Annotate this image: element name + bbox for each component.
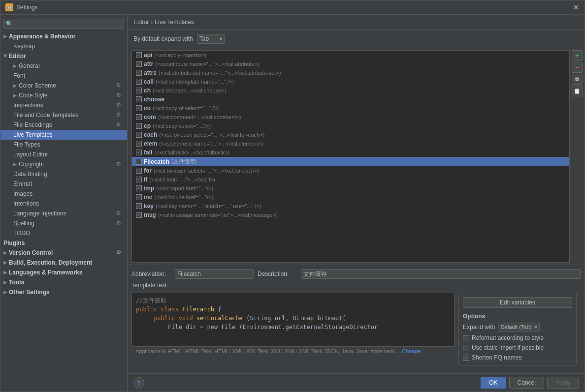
- edit-variables-button[interactable]: Edit variables: [463, 297, 572, 308]
- template-description: (<xsl:if test="...">...</xsl:if>): [149, 177, 215, 182]
- sidebar-item-inspections[interactable]: Inspections ⚙: [0, 100, 127, 110]
- copy-template-button[interactable]: ⧉: [572, 74, 583, 85]
- template-checkbox[interactable]: [136, 52, 142, 58]
- sidebar-item-todo[interactable]: TODO: [0, 228, 127, 238]
- reformat-checkbox-row[interactable]: Reformat according to style: [463, 334, 572, 341]
- template-description: (<xsl:import href="..."/>): [156, 185, 213, 191]
- sidebar-item-general[interactable]: ▶ General: [0, 61, 127, 71]
- sidebar-item-version-control[interactable]: ▶ Version Control ⚙: [0, 248, 127, 258]
- shorten-fq-checkbox[interactable]: [463, 355, 469, 361]
- template-list-item[interactable]: if (<xsl:if test="...">...</xsl:if>): [132, 175, 569, 184]
- sidebar-item-plugins[interactable]: Plugins: [0, 238, 127, 248]
- template-checkbox[interactable]: [136, 168, 142, 174]
- sidebar-item-copyright[interactable]: ▶ Copyright ⚙: [0, 159, 127, 169]
- sidebar-item-images[interactable]: Images: [0, 189, 127, 199]
- add-template-button[interactable]: +: [572, 50, 583, 61]
- expand-with-select-wrapper[interactable]: Default (Tab) Tab Enter Space: [498, 323, 540, 332]
- search-input[interactable]: [14, 20, 122, 27]
- sidebar-item-layout-editor[interactable]: Layout Editor: [0, 150, 127, 159]
- template-description: (<xsl:element name="...">...</xsl:elemen…: [159, 141, 263, 147]
- sidebar-item-data-binding[interactable]: Data Binding: [0, 169, 127, 179]
- template-checkbox[interactable]: [136, 150, 142, 155]
- templates-list[interactable]: api (<xsl:apply-imports/>)attr (<xsl:att…: [131, 50, 570, 263]
- sidebar-item-keymap[interactable]: Keymap: [0, 41, 127, 51]
- sidebar-item-build[interactable]: ▶ Build, Execution, Deployment: [0, 258, 127, 268]
- template-checkbox[interactable]: [136, 79, 142, 85]
- template-checkbox[interactable]: [136, 159, 142, 165]
- sidebar-item-intentions[interactable]: Intentions: [0, 199, 127, 209]
- template-checkbox[interactable]: [136, 123, 142, 129]
- shorten-fq-checkbox-row[interactable]: Shorten FQ names: [463, 354, 572, 361]
- description-input[interactable]: [301, 269, 581, 279]
- template-checkbox[interactable]: [136, 70, 142, 76]
- template-checkbox[interactable]: [136, 114, 142, 120]
- sidebar-item-file-code-templates[interactable]: File and Code Templates ⚙: [0, 110, 127, 120]
- template-list-item[interactable]: cp (<xsl:copy select="..."/>): [132, 121, 569, 130]
- help-button[interactable]: ?: [133, 377, 144, 388]
- template-list-item[interactable]: ch (<xsl:choose>...</xsl:choose>): [132, 86, 569, 95]
- template-checkbox[interactable]: [136, 105, 142, 111]
- sidebar-item-other-settings[interactable]: ▶ Other Settings: [0, 287, 127, 297]
- sidebar-item-tools[interactable]: ▶ Tools: [0, 277, 127, 287]
- template-list-item[interactable]: co (<xsl:copy-of select="..." />): [132, 104, 569, 113]
- sidebar-item-language-injections[interactable]: Language Injections ⚙: [0, 209, 127, 218]
- sidebar-item-color-scheme[interactable]: ▶ Color Scheme ⚙: [0, 81, 127, 90]
- template-list-item[interactable]: for (<xsl:for-each select="...">...</xsl…: [132, 166, 569, 175]
- template-list-item[interactable]: imp (<xsl:import href="..."/>): [132, 184, 569, 193]
- sidebar-item-file-types[interactable]: File Types: [0, 140, 127, 150]
- sidebar-item-spelling[interactable]: Spelling ⚙: [0, 218, 127, 228]
- template-checkbox[interactable]: [136, 177, 142, 182]
- template-list-item[interactable]: com (<xsl:comment>...</xsl:comment>): [132, 113, 569, 121]
- ok-button[interactable]: OK: [481, 377, 506, 389]
- template-list-item[interactable]: msg (<xsl:message terminate="no">...</xs…: [132, 211, 569, 219]
- template-list-item[interactable]: choose: [132, 95, 569, 104]
- abbreviation-input[interactable]: [175, 269, 254, 279]
- cancel-button[interactable]: Cancel: [509, 377, 544, 389]
- template-description: (<xsl:attribute-set name="...">...</xsl:…: [159, 70, 281, 76]
- template-description: (<xsl:fallback>...</xsl:fallback>): [154, 150, 229, 155]
- sidebar-label: Tools: [9, 279, 24, 286]
- search-box[interactable]: 🔍: [3, 19, 124, 29]
- template-list-item[interactable]: Filecatch (文件缓存): [132, 157, 569, 166]
- expand-select-wrapper[interactable]: Tab Enter Space: [197, 34, 225, 44]
- code-class-name: Filecatch: [182, 306, 214, 313]
- template-list-item[interactable]: api (<xsl:apply-imports/>): [132, 51, 569, 60]
- change-link[interactable]: Change: [402, 348, 421, 354]
- copy-template2-button[interactable]: 📋: [572, 86, 583, 96]
- sidebar-item-languages[interactable]: ▶ Languages & Frameworks: [0, 268, 127, 277]
- template-text-area[interactable]: //文件获取 public class Filecatch { public v…: [131, 293, 455, 347]
- template-checkbox[interactable]: [136, 212, 142, 218]
- template-list-item[interactable]: attr (<xsl:attribute name="...">...</xsl…: [132, 60, 569, 68]
- static-import-checkbox[interactable]: [463, 345, 469, 351]
- template-list-item[interactable]: call (<xsl:call-template name="..." />): [132, 77, 569, 86]
- template-checkbox[interactable]: [136, 61, 142, 67]
- template-list-item[interactable]: attrs (<xsl:attribute-set name="...">...…: [132, 68, 569, 77]
- template-checkbox[interactable]: [136, 141, 142, 147]
- template-checkbox[interactable]: [136, 194, 142, 200]
- template-checkbox[interactable]: [136, 132, 142, 138]
- template-checkbox[interactable]: [136, 185, 142, 191]
- template-checkbox[interactable]: [136, 203, 142, 209]
- apply-button[interactable]: Apply: [547, 377, 579, 389]
- sidebar-item-appearance[interactable]: ▶ Appearance & Behavior: [0, 31, 127, 41]
- template-checkbox[interactable]: [136, 88, 142, 93]
- expand-with-select[interactable]: Default (Tab) Tab Enter Space: [498, 323, 540, 332]
- template-list-item[interactable]: key (<xsl:key name="..." match="..." use…: [132, 202, 569, 211]
- app-icon: 🤖: [5, 3, 13, 11]
- sidebar-item-editor[interactable]: ▶ Editor: [0, 51, 127, 61]
- expand-select[interactable]: Tab Enter Space: [197, 34, 225, 44]
- template-checkbox[interactable]: [136, 96, 142, 102]
- reformat-checkbox[interactable]: [463, 335, 469, 341]
- sidebar-item-code-style[interactable]: ▶ Code Style ⚙: [0, 90, 127, 100]
- template-list-item[interactable]: fall (<xsl:fallback>...</xsl:fallback>): [132, 148, 569, 157]
- sidebar-item-emmet[interactable]: Emmet: [0, 179, 127, 189]
- remove-template-button[interactable]: −: [572, 62, 583, 73]
- template-list-item[interactable]: inc (<xsl:include href="..."/>): [132, 193, 569, 202]
- sidebar-item-live-templates[interactable]: Live Templates: [0, 130, 127, 140]
- sidebar-item-file-encodings[interactable]: File Encodings ⚙: [0, 120, 127, 130]
- close-button[interactable]: ✕: [573, 4, 580, 11]
- template-list-item[interactable]: elem (<xsl:element name="...">...</xsl:e…: [132, 139, 569, 148]
- static-import-checkbox-row[interactable]: Use static import if possible: [463, 344, 572, 351]
- sidebar-item-font[interactable]: Font: [0, 71, 127, 81]
- template-list-item[interactable]: each (<xsl:for-each select="...">...</xs…: [132, 130, 569, 139]
